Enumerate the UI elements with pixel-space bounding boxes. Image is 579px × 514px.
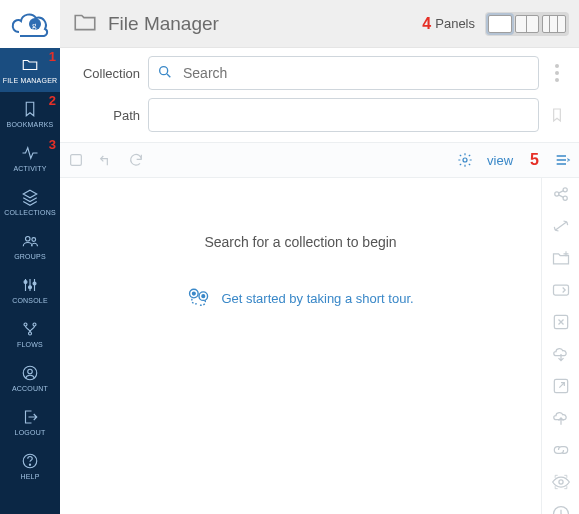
svg-rect-24 [553, 285, 568, 295]
svg-point-14 [160, 67, 168, 75]
cloud-logo-icon: g [10, 8, 50, 40]
path-input[interactable] [148, 98, 539, 132]
logo: g [0, 0, 60, 48]
activity-icon [21, 144, 39, 162]
svg-point-18 [193, 292, 196, 295]
select-all-checkbox[interactable] [68, 152, 84, 168]
svg-point-22 [563, 188, 567, 192]
bookmark-icon [21, 100, 39, 118]
new-folder-icon[interactable] [549, 248, 573, 268]
tour-text: Get started by taking a short tour. [221, 291, 413, 306]
svg-point-6 [33, 282, 36, 285]
bookmark-outline-icon[interactable] [547, 106, 567, 124]
svg-point-9 [29, 332, 32, 335]
svg-point-7 [24, 323, 27, 326]
sidebar-item-label: FLOWS [17, 341, 43, 348]
refresh-button[interactable] [128, 152, 144, 168]
annotation: 2 [49, 93, 56, 108]
up-folder-button[interactable] [98, 152, 114, 168]
annotation: 1 [49, 49, 56, 64]
sidebar-item-activity[interactable]: ACTIVITY 3 [0, 136, 60, 180]
sidebar-item-groups[interactable]: GROUPS [0, 224, 60, 268]
sidebar: g FILE MANAGER 1 BOOKMARKS 2 ACTIVITY 3 … [0, 0, 60, 514]
svg-point-13 [29, 464, 30, 465]
logout-icon [21, 408, 39, 426]
svg-point-23 [563, 196, 567, 200]
sidebar-item-label: ACTIVITY [13, 165, 46, 172]
svg-point-3 [32, 238, 36, 242]
panel-layout-toggle [485, 12, 569, 36]
annotation: 4 [422, 15, 431, 33]
svg-point-21 [554, 192, 558, 196]
actions-rail [541, 178, 579, 514]
svg-point-2 [26, 237, 31, 242]
view-mode-button[interactable] [553, 152, 571, 168]
folder-outline-icon [72, 9, 98, 38]
path-label: Path [72, 108, 140, 123]
sidebar-item-label: LOGOUT [15, 429, 46, 436]
panel-one-button[interactable] [488, 15, 512, 33]
svg-point-16 [463, 158, 467, 162]
layers-icon [21, 188, 39, 206]
tour-link[interactable]: Get started by taking a short tour. [187, 286, 413, 311]
show-hidden-icon[interactable] [549, 472, 573, 492]
user-icon [21, 364, 39, 382]
rename-icon[interactable] [549, 280, 573, 300]
sidebar-item-collections[interactable]: COLLECTIONS [0, 180, 60, 224]
sidebar-item-label: ACCOUNT [12, 385, 48, 392]
sidebar-item-label: FILE MANAGER [3, 77, 58, 84]
sidebar-item-help[interactable]: HELP [0, 444, 60, 488]
delete-icon[interactable] [549, 312, 573, 332]
panel-three-button[interactable] [542, 15, 566, 33]
svg-point-8 [33, 323, 36, 326]
sidebar-item-label: GROUPS [14, 253, 46, 260]
open-icon[interactable] [549, 376, 573, 396]
svg-point-27 [558, 480, 562, 484]
svg-rect-15 [71, 155, 82, 166]
link-icon[interactable] [549, 440, 573, 460]
svg-text:g: g [32, 20, 37, 30]
collection-search-input[interactable] [148, 56, 539, 90]
view-label: view [487, 153, 513, 168]
panel-two-button[interactable] [515, 15, 539, 33]
sidebar-item-label: HELP [20, 473, 39, 480]
share-icon[interactable] [549, 184, 573, 204]
search-icon [157, 64, 173, 83]
sidebar-item-file-manager[interactable]: FILE MANAGER 1 [0, 48, 60, 92]
annotation: 3 [49, 137, 56, 152]
sidebar-item-bookmarks[interactable]: BOOKMARKS 2 [0, 92, 60, 136]
main-area: File Manager 4 Panels Collection Path [60, 0, 579, 514]
sidebar-item-flows[interactable]: FLOWS [0, 312, 60, 356]
file-toolbar: view 5 [60, 142, 579, 178]
panels-label: Panels [435, 16, 475, 31]
svg-point-5 [29, 286, 32, 289]
sidebar-item-logout[interactable]: LOGOUT [0, 400, 60, 444]
help-icon [21, 452, 39, 470]
page-title: File Manager [108, 13, 219, 35]
sidebar-item-label: BOOKMARKS [7, 121, 54, 128]
sidebar-item-label: CONSOLE [12, 297, 48, 304]
sidebar-item-account[interactable]: ACCOUNT [0, 356, 60, 400]
download-icon[interactable] [549, 344, 573, 364]
flows-icon [21, 320, 39, 338]
collection-row: Collection [60, 48, 579, 90]
view-settings-button[interactable] [457, 152, 473, 168]
svg-point-11 [28, 369, 33, 374]
manage-icon[interactable] [549, 504, 573, 514]
sidebar-item-console[interactable]: CONSOLE [0, 268, 60, 312]
sliders-icon [21, 276, 39, 294]
empty-state-prompt: Search for a collection to begin [204, 234, 396, 250]
collection-label: Collection [72, 66, 140, 81]
annotation: 5 [530, 151, 539, 169]
path-row: Path [60, 90, 579, 132]
transfer-icon[interactable] [549, 216, 573, 236]
sidebar-item-label: COLLECTIONS [4, 209, 56, 216]
groups-icon [21, 232, 39, 250]
tour-icon [187, 286, 211, 311]
collection-menu-button[interactable] [547, 64, 567, 82]
svg-point-4 [24, 281, 27, 284]
upload-icon[interactable] [549, 408, 573, 428]
content-area: Search for a collection to begin Get sta… [60, 178, 541, 514]
svg-point-20 [202, 295, 205, 298]
folder-icon [21, 56, 39, 74]
